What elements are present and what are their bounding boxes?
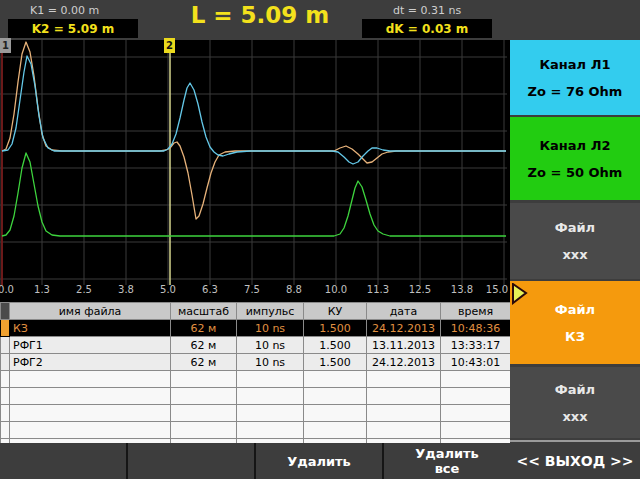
table-empty-cell bbox=[171, 371, 237, 388]
table-empty-cell bbox=[171, 422, 237, 439]
cursor1-readout: K1 = 0.00 m bbox=[30, 4, 99, 17]
x-axis-tick-label: 5.0 bbox=[160, 284, 176, 295]
table-cell: КЗ bbox=[10, 320, 171, 337]
cursor2-readout-box: K2 = 5.09 m bbox=[8, 19, 138, 38]
table-empty-cell bbox=[441, 422, 511, 439]
table-cell: 10 ns bbox=[237, 337, 304, 354]
x-axis-tick-label: 6.3 bbox=[202, 284, 218, 295]
channel-L1-trace-cyan bbox=[2, 56, 506, 164]
table-cell: РФГ1 bbox=[10, 337, 171, 354]
table-cell: 62 м bbox=[171, 320, 237, 337]
delete-all-button[interactable]: Удалить все bbox=[384, 443, 510, 479]
x-axis-tick-label: 7.5 bbox=[244, 284, 260, 295]
table-empty-cell bbox=[367, 388, 441, 405]
table-cell: 1.500 bbox=[304, 354, 367, 371]
table-cell: 10:48:36 bbox=[441, 320, 511, 337]
delete-button[interactable]: Удалить bbox=[256, 443, 384, 479]
x-axis-tick-label: 13.8 bbox=[451, 284, 473, 295]
delta-k-readout-box: dK = 0.03 m bbox=[362, 19, 492, 38]
channel-2-title: Канал Л2 bbox=[539, 138, 610, 153]
softkey-blank-1[interactable] bbox=[0, 443, 128, 479]
sidebar: Канал Л1 Zo = 76 Ohm Канал Л2 Zo = 50 Oh… bbox=[510, 0, 640, 479]
device-screen: K1 = 0.00 m K2 = 5.09 m L = 5.09 m dt = … bbox=[0, 0, 640, 479]
table-empty-cell bbox=[171, 388, 237, 405]
file-slot-2-button[interactable]: Файл КЗ bbox=[510, 281, 640, 364]
selected-slot-arrow-icon bbox=[511, 283, 529, 305]
table-cell: 10 ns bbox=[237, 354, 304, 371]
bottom-button-bar: Удалить Удалить все bbox=[0, 443, 510, 479]
file-slot-2-name: КЗ bbox=[565, 329, 585, 344]
cursor2-marker[interactable]: 2 bbox=[164, 38, 175, 53]
table-empty-cell bbox=[304, 405, 367, 422]
table-empty-cell bbox=[1, 371, 10, 388]
table-cell: 62 м bbox=[171, 354, 237, 371]
x-axis-tick-label: 15.0 bbox=[486, 284, 508, 295]
row-marker-cell bbox=[1, 354, 10, 371]
table-row[interactable]: КЗ62 м10 ns1.50024.12.201310:48:36 bbox=[1, 320, 511, 337]
table-header-cell: время bbox=[441, 303, 511, 320]
table-empty-cell bbox=[304, 388, 367, 405]
table-empty-cell bbox=[10, 405, 171, 422]
delete-button-label: Удалить bbox=[287, 454, 351, 469]
waveform-svg: 0.01.32.53.85.06.37.58.810.011.312.513.8… bbox=[0, 40, 510, 302]
table-row[interactable]: РФГ162 м10 ns1.50013.11.201313:33:17 bbox=[1, 337, 511, 354]
selected-row-marker bbox=[1, 320, 10, 337]
table-empty-cell bbox=[237, 371, 304, 388]
table-cell: 10 ns bbox=[237, 320, 304, 337]
channel-1-title: Канал Л1 bbox=[539, 57, 610, 72]
delete-all-label-line1: Удалить bbox=[415, 446, 479, 461]
file-slot-1-title: Файл bbox=[555, 220, 595, 235]
exit-button[interactable]: << ВЫХОД >> bbox=[510, 442, 640, 479]
table-cell: 62 м bbox=[171, 337, 237, 354]
table-empty-row[interactable] bbox=[1, 388, 511, 405]
file-slot-3-title: Файл bbox=[555, 382, 595, 397]
delete-all-label-line2: все bbox=[435, 461, 460, 476]
file-slot-1-button[interactable]: Файл xxx bbox=[510, 203, 640, 279]
table-cell: 10:43:01 bbox=[441, 354, 511, 371]
delta-k-readout: dK = 0.03 m bbox=[386, 22, 469, 36]
table-empty-cell bbox=[10, 388, 171, 405]
table-header-cell: импульс bbox=[237, 303, 304, 320]
table-header-cell: имя файла bbox=[10, 303, 171, 320]
channel-2-impedance: Zo = 50 Ohm bbox=[528, 165, 623, 180]
table-cell: 13.11.2013 bbox=[367, 337, 441, 354]
channel-L2-trace-green bbox=[2, 153, 506, 236]
table-header-cell: КУ bbox=[304, 303, 367, 320]
table-header-cell: масштаб bbox=[171, 303, 237, 320]
channel-1-impedance: Zo = 76 Ohm bbox=[528, 84, 623, 99]
file-slot-2-title: Файл bbox=[555, 302, 595, 317]
table-empty-cell bbox=[10, 371, 171, 388]
table-empty-row[interactable] bbox=[1, 371, 511, 388]
waveform-chart[interactable]: 0.01.32.53.85.06.37.58.810.011.312.513.8… bbox=[0, 40, 510, 302]
table-empty-cell bbox=[237, 422, 304, 439]
table-cell: 24.12.2013 bbox=[367, 320, 441, 337]
table-empty-cell bbox=[304, 422, 367, 439]
file-slot-3-button[interactable]: Файл xxx bbox=[510, 367, 640, 438]
table-cell: 1.500 bbox=[304, 320, 367, 337]
table-header-row: имя файламасштабимпульсКУдатавремя bbox=[1, 303, 511, 320]
length-readout: L = 5.09 m bbox=[175, 2, 345, 28]
delta-time-readout: dt = 0.31 ns bbox=[393, 4, 461, 17]
channel-2-button[interactable]: Канал Л2 Zo = 50 Ohm bbox=[510, 117, 640, 200]
table-cell: 24.12.2013 bbox=[367, 354, 441, 371]
table-empty-row[interactable] bbox=[1, 422, 511, 439]
cursor1-marker[interactable]: 1 bbox=[0, 38, 11, 53]
channel-1-button[interactable]: Канал Л1 Zo = 76 Ohm bbox=[510, 40, 640, 115]
table-empty-row[interactable] bbox=[1, 405, 511, 422]
x-axis-tick-label: 10.0 bbox=[325, 284, 347, 295]
table-row[interactable]: РФГ262 м10 ns1.50024.12.201310:43:01 bbox=[1, 354, 511, 371]
table-empty-cell bbox=[367, 405, 441, 422]
table-empty-cell bbox=[441, 371, 511, 388]
table-cell: 1.500 bbox=[304, 337, 367, 354]
softkey-blank-2[interactable] bbox=[128, 443, 256, 479]
table-empty-cell bbox=[10, 422, 171, 439]
table-empty-cell bbox=[1, 405, 10, 422]
x-axis-tick-label: 0.0 bbox=[0, 284, 14, 295]
table-empty-cell bbox=[441, 388, 511, 405]
table-empty-cell bbox=[367, 371, 441, 388]
table-cell: 13:33:17 bbox=[441, 337, 511, 354]
exit-button-label: << ВЫХОД >> bbox=[516, 453, 633, 469]
x-axis-tick-label: 12.5 bbox=[409, 284, 431, 295]
table-empty-cell bbox=[441, 405, 511, 422]
cursor2-readout: K2 = 5.09 m bbox=[32, 22, 114, 36]
